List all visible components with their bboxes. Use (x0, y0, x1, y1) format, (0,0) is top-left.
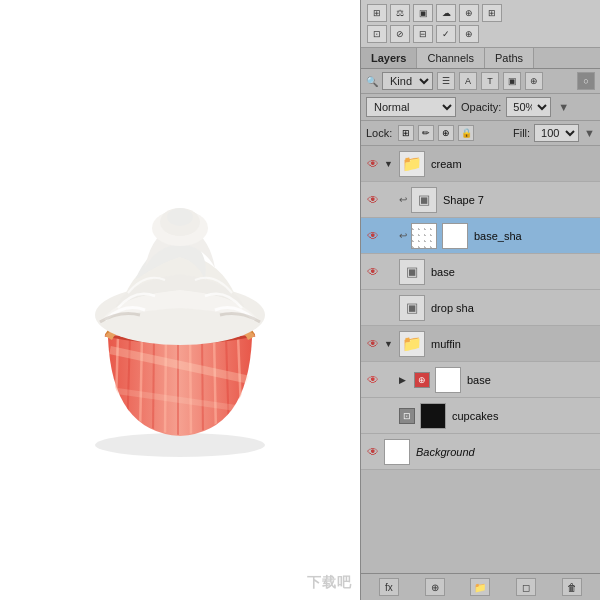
layer-bg-thumb (384, 439, 410, 465)
lock-transparent-btn[interactable]: ⊞ (398, 125, 414, 141)
tool-btn-5[interactable]: ⊕ (459, 4, 479, 22)
layer-shape7[interactable]: 👁 ↩ ▣ Shape 7 (361, 182, 600, 218)
layer-name: drop sha (431, 302, 596, 314)
bottom-toolbar: fx ⊕ 📁 ◻ 🗑 (361, 573, 600, 600)
layer-group-icon: 📁 (399, 151, 425, 177)
layers-list: 👁 ▼ 📁 cream 👁 ↩ ▣ Shape 7 👁 ↩ base_sh (361, 146, 600, 573)
search-icon: 🔍 (366, 76, 378, 87)
filter-toggle-btn[interactable]: ○ (577, 72, 595, 90)
layer-pixel-thumb (420, 403, 446, 429)
layer-name: cream (431, 158, 596, 170)
group-expand-arrow[interactable]: ▼ (384, 339, 396, 349)
tab-channels[interactable]: Channels (417, 48, 484, 68)
link-icon: ↩ (399, 230, 407, 241)
layer-visibility-eye[interactable] (365, 300, 381, 316)
tool-btn-8[interactable]: ⊘ (390, 25, 410, 43)
canvas-area: 下载吧 (0, 0, 360, 600)
filter-type-btn[interactable]: T (481, 72, 499, 90)
lock-image-btn[interactable]: ✏ (418, 125, 434, 141)
delete-layer-button[interactable]: 🗑 (562, 578, 582, 596)
tool-btn-3[interactable]: ▣ (413, 4, 433, 22)
lock-position-btn[interactable]: ⊕ (438, 125, 454, 141)
svg-line-4 (153, 335, 154, 435)
layers-panel: ⊞ ⚖ ▣ ☁ ⊕ ⊞ ⊡ ⊘ ⊟ ✓ ⊕ Layers Channels Pa… (360, 0, 600, 600)
blend-mode-select[interactable]: Normal Multiply Screen Overlay (366, 97, 456, 117)
watermark: 下载吧 (307, 574, 352, 592)
layer-background[interactable]: 👁 Background (361, 434, 600, 470)
layer-base-sha[interactable]: 👁 ↩ base_sha (361, 218, 600, 254)
panel-tabs: Layers Channels Paths (361, 48, 600, 69)
layer-name: Background (416, 446, 596, 458)
new-group-button[interactable]: 📁 (470, 578, 490, 596)
layer-name: base (431, 266, 596, 278)
svg-line-8 (202, 335, 203, 435)
layer-visibility-eye[interactable]: 👁 (365, 336, 381, 352)
filter-shape-btn[interactable]: ▣ (503, 72, 521, 90)
layer-visibility-eye[interactable] (365, 408, 381, 424)
layer-visibility-eye[interactable]: 👁 (365, 156, 381, 172)
opacity-input[interactable]: 50% 100% (506, 97, 551, 117)
cupcake-image (40, 140, 320, 460)
lock-label: Lock: (366, 127, 392, 139)
tool-btn-4[interactable]: ☁ (436, 4, 456, 22)
layer-name: cupcakes (452, 410, 596, 422)
tab-layers[interactable]: Layers (361, 48, 417, 68)
svg-line-5 (165, 335, 166, 435)
tool-btn-9[interactable]: ⊟ (413, 25, 433, 43)
layer-base[interactable]: 👁 ▣ base (361, 254, 600, 290)
svg-point-17 (167, 208, 193, 226)
filter-adj-btn[interactable]: A (459, 72, 477, 90)
lock-row: Lock: ⊞ ✏ ⊕ 🔒 Fill: 100% ▼ (361, 121, 600, 146)
layer-name: muffin (431, 338, 596, 350)
svg-line-7 (190, 335, 191, 435)
add-mask-button[interactable]: ⊕ (425, 578, 445, 596)
fill-arrow[interactable]: ▼ (584, 127, 595, 139)
layer-visibility-eye[interactable]: 👁 (365, 444, 381, 460)
svg-point-0 (95, 433, 265, 457)
fill-label: Fill: (513, 127, 530, 139)
filter-smartobj-btn[interactable]: ⊕ (525, 72, 543, 90)
lock-all-btn[interactable]: 🔒 (458, 125, 474, 141)
layer-cream-group[interactable]: 👁 ▼ 📁 cream (361, 146, 600, 182)
layer-mask-thumb (442, 223, 468, 249)
layer-base-group[interactable]: 👁 ▶ ⊕ base (361, 362, 600, 398)
layer-fx-button[interactable]: fx (379, 578, 399, 596)
layer-drop-sha[interactable]: ▣ drop sha (361, 290, 600, 326)
filter-pixel-btn[interactable]: ☰ (437, 72, 455, 90)
tool-btn-6[interactable]: ⊞ (482, 4, 502, 22)
tool-btn-10[interactable]: ✓ (436, 25, 456, 43)
group-expand-arrow[interactable]: ▼ (384, 159, 396, 169)
filter-row: 🔍 Kind ☰ A T ▣ ⊕ ○ (361, 69, 600, 94)
layer-shape-thumb: ▣ (411, 187, 437, 213)
layer-cupcakes[interactable]: ⊡ cupcakes (361, 398, 600, 434)
smart-obj-icon: ⊕ (414, 372, 430, 388)
layer-visibility-eye[interactable]: 👁 (365, 228, 381, 244)
new-layer-button[interactable]: ◻ (516, 578, 536, 596)
link-icon: ↩ (399, 194, 407, 205)
opacity-arrow[interactable]: ▼ (558, 101, 569, 113)
toolbar-row-1: ⊞ ⚖ ▣ ☁ ⊕ ⊞ (367, 4, 594, 22)
tool-btn-2[interactable]: ⚖ (390, 4, 410, 22)
panel-toolbar: ⊞ ⚖ ▣ ☁ ⊕ ⊞ ⊡ ⊘ ⊟ ✓ ⊕ (361, 0, 600, 48)
tool-btn-11[interactable]: ⊕ (459, 25, 479, 43)
fill-input[interactable]: 100% (534, 124, 579, 142)
layer-group-icon: 📁 (399, 331, 425, 357)
layer-name: base_sha (474, 230, 596, 242)
layer-shape-thumb: ▣ (399, 259, 425, 285)
layer-shape-thumb: ▣ (399, 295, 425, 321)
layer-visibility-eye[interactable]: 👁 (365, 192, 381, 208)
kind-select[interactable]: Kind (382, 72, 433, 90)
layer-muffin-group[interactable]: 👁 ▼ 📁 muffin (361, 326, 600, 362)
layer-visibility-eye[interactable]: 👁 (365, 372, 381, 388)
layer-visibility-eye[interactable]: 👁 (365, 264, 381, 280)
layer-name: base (467, 374, 596, 386)
tool-btn-7[interactable]: ⊡ (367, 25, 387, 43)
tool-btn-1[interactable]: ⊞ (367, 4, 387, 22)
tab-paths[interactable]: Paths (485, 48, 534, 68)
toolbar-row-2: ⊡ ⊘ ⊟ ✓ ⊕ (367, 25, 594, 43)
group-expand-arrow[interactable]: ▶ (399, 375, 411, 385)
layer-name: Shape 7 (443, 194, 596, 206)
layer-pixel-thumb (411, 223, 437, 249)
opacity-label: Opacity: (461, 101, 501, 113)
blend-mode-row: Normal Multiply Screen Overlay Opacity: … (361, 94, 600, 121)
